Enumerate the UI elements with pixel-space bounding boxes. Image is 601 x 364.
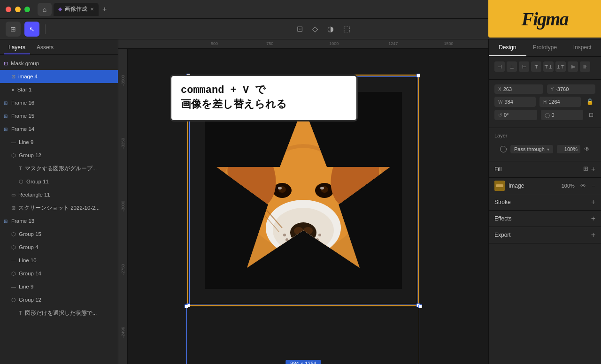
maximize-button[interactable]: [24, 7, 30, 12]
handle-top-right[interactable]: [416, 74, 420, 77]
components-icon[interactable]: ◇: [312, 24, 318, 33]
svg-rect-26: [496, 184, 503, 187]
align-center-h-btn[interactable]: ⊥: [507, 61, 517, 72]
stroke-label: Stroke: [494, 199, 511, 205]
align-top-btn[interactable]: ⊤: [531, 61, 541, 72]
align-bottom-btn[interactable]: ⊥⊤: [555, 61, 566, 72]
handle-below-right[interactable]: [418, 304, 422, 308]
fill-grid-icon[interactable]: ⊞: [583, 165, 588, 174]
new-tab-button[interactable]: +: [102, 5, 107, 14]
figma-logo: Figma: [522, 8, 568, 30]
fill-add-icon[interactable]: +: [591, 165, 595, 174]
fill-item-row: Image 100% 👁 −: [489, 178, 601, 194]
layer-line10[interactable]: — Line 10: [0, 254, 118, 267]
layer-star1[interactable]: ● Star 1: [0, 83, 118, 96]
right-panel-tabs: Design Prototype Inspect: [489, 39, 601, 57]
layer-text1[interactable]: T マスクする図形がグループ...: [0, 162, 118, 175]
layer-screenshot[interactable]: ⊠ スクリーンショット 2022-10-2...: [0, 201, 118, 214]
layer-frame14-name: Frame 14: [11, 126, 34, 132]
x-label: X: [498, 87, 501, 92]
group11-icon: ⬡: [19, 179, 23, 185]
active-tab[interactable]: ◆ 画像作成 ✕: [54, 3, 99, 16]
tooltip-line2: 画像を差し替えられる: [181, 98, 347, 113]
canvas-inner[interactable]: -3500 -3250 -3000 -2750 -2496: [118, 49, 488, 364]
visibility-icon[interactable]: 👁: [584, 146, 590, 152]
fill-image-preview: [494, 181, 505, 191]
tab-bar: ⌂ ◆ 画像作成 ✕ +: [38, 3, 107, 16]
layer-text1-name: マスクする図形がグループ...: [25, 165, 97, 172]
distribute-v-btn[interactable]: ⊪: [580, 61, 590, 72]
distribute-h-btn[interactable]: ⊫: [568, 61, 578, 72]
layer-group11[interactable]: ⬡ Group 11: [0, 175, 118, 188]
effects-add-button[interactable]: +: [591, 214, 595, 223]
x-field[interactable]: X 263: [494, 84, 543, 94]
y-field[interactable]: Y -3760: [547, 84, 596, 94]
layer-mask-group[interactable]: ⊡ Mask group: [0, 57, 118, 70]
inspect-tab[interactable]: Inspect: [563, 39, 601, 56]
expand-btn[interactable]: ⊡: [587, 110, 595, 120]
effects-label: Effects: [494, 215, 511, 222]
crop-icon[interactable]: ⬚: [343, 24, 350, 33]
layer-group12[interactable]: ⬡ Group 12: [0, 149, 118, 162]
layer-section-title: Layer: [494, 133, 595, 138]
layer-group15[interactable]: ⬡ Group 15: [0, 228, 118, 241]
layer-line10-name: Line 10: [19, 258, 37, 263]
layer-text2[interactable]: T 図形だけを選択した状態で...: [0, 306, 118, 319]
ruler-v-2496: -2496: [121, 327, 125, 338]
layer-group4[interactable]: ⬡ Group 4: [0, 241, 118, 254]
align-left-btn[interactable]: ⊣: [494, 61, 505, 72]
main-layout: Layers Assets ⊡ Mask group ⊠ image 4 ● S…: [0, 39, 601, 364]
screenshot-icon: ⊠: [11, 205, 15, 211]
layer-group12b[interactable]: ⬡ Group 12: [0, 293, 118, 306]
layer-image4[interactable]: ⊠ image 4: [0, 70, 118, 83]
blend-chevron: ▾: [547, 147, 549, 152]
layer-group12b-name: Group 12: [19, 297, 41, 303]
constraints-icon[interactable]: ⊡: [297, 24, 303, 33]
tooltip-line1: command + V で: [181, 83, 347, 98]
layer-line9[interactable]: — Line 9: [0, 136, 118, 149]
corner-field[interactable]: ◯ 0: [541, 110, 584, 120]
fill-image-swatch[interactable]: [494, 181, 505, 191]
export-add-button[interactable]: +: [591, 231, 595, 239]
fill-type-label: Image: [509, 182, 558, 189]
ruler-v-3250: -3250: [121, 138, 125, 149]
handle-below-left[interactable]: [185, 304, 188, 308]
grid-tool-button[interactable]: ⊞: [6, 22, 21, 37]
layer-rect11[interactable]: ▭ Rectangle 11: [0, 188, 118, 201]
layer-frame13[interactable]: ⊞ Frame 13: [0, 214, 118, 228]
ruler-horizontal: 500 750 1000 1247 1500: [118, 39, 488, 49]
align-right-btn[interactable]: ⊢: [519, 61, 529, 72]
line9b-icon: —: [11, 284, 16, 289]
opacity-field[interactable]: 100%: [557, 145, 580, 153]
rotation-field[interactable]: ↺ 0°: [494, 110, 537, 120]
contrast-icon[interactable]: ◑: [327, 24, 334, 33]
align-middle-v-btn[interactable]: ⊤⊥: [543, 61, 554, 72]
w-field[interactable]: W 984: [494, 97, 536, 107]
layer-line9b[interactable]: — Line 9: [0, 280, 118, 293]
layers-list: ⊡ Mask group ⊠ image 4 ● Star 1 ⊞ Frame …: [0, 55, 118, 364]
text-icon: T: [19, 166, 22, 171]
layers-tab[interactable]: Layers: [4, 41, 30, 54]
blend-mode-icon: [500, 146, 507, 152]
layer-group14[interactable]: ⬡ Group 14: [0, 267, 118, 280]
stroke-add-button[interactable]: +: [591, 198, 595, 206]
lock-ratio-btn[interactable]: 🔓: [585, 97, 595, 107]
layer-frame16[interactable]: ⊞ Frame 16: [0, 96, 118, 109]
canvas-area[interactable]: 500 750 1000 1247 1500 -3500 -3250 -3000…: [118, 39, 488, 364]
fill-remove-icon[interactable]: −: [592, 182, 595, 190]
blend-mode-value: Pass through: [514, 146, 545, 152]
h-field[interactable]: H 1264: [539, 97, 581, 107]
design-tab[interactable]: Design: [489, 39, 526, 56]
home-tab[interactable]: ⌂: [38, 3, 52, 16]
fill-eye-icon[interactable]: 👁: [580, 182, 586, 189]
svg-point-15: [320, 187, 324, 190]
tab-close-icon[interactable]: ✕: [90, 7, 94, 12]
prototype-tab[interactable]: Prototype: [526, 39, 564, 56]
minimize-button[interactable]: [15, 7, 21, 12]
blend-mode-select[interactable]: Pass through ▾: [510, 145, 553, 153]
assets-tab[interactable]: Assets: [32, 41, 58, 54]
select-tool-button[interactable]: ↖: [24, 22, 39, 37]
layer-frame15[interactable]: ⊞ Frame 15: [0, 109, 118, 122]
layer-frame14[interactable]: ⊞ Frame 14: [0, 122, 118, 136]
close-button[interactable]: [6, 7, 11, 12]
